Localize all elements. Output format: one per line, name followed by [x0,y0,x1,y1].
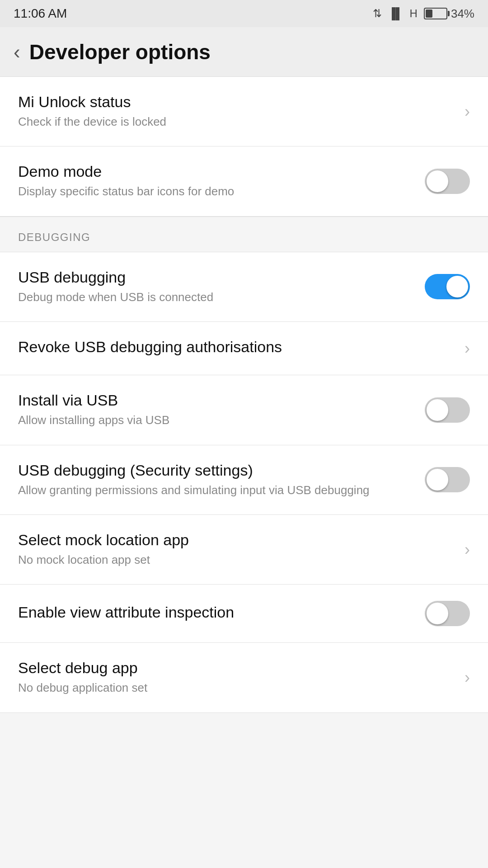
setting-text-select-debug-app: Select debug app No debug application se… [18,659,465,696]
setting-title-install-via-usb: Install via USB [18,392,416,409]
setting-row-select-debug-app[interactable]: Select debug app No debug application se… [0,643,488,712]
setting-row-usb-debugging-security[interactable]: USB debugging (Security settings) Allow … [0,445,488,515]
setting-subtitle-mock-location: No mock location app set [18,552,455,568]
setting-subtitle-select-debug-app: No debug application set [18,679,455,696]
chevron-icon-select-debug-app: › [465,668,470,687]
setting-title-usb-debugging: USB debugging [18,269,416,286]
setting-text-usb-debugging-security: USB debugging (Security settings) Allow … [18,462,425,498]
chevron-icon-mi-unlock-status: › [465,102,470,121]
battery-icon [424,8,447,19]
top-bar: ‹ Developer options [0,27,488,77]
setting-text-mi-unlock-status: Mi Unlock status Check if the device is … [18,93,465,130]
setting-text-demo-mode: Demo mode Display specific status bar ic… [18,163,425,199]
toggle-knob-demo-mode [427,170,448,192]
setting-subtitle-usb-debugging-security: Allow granting permissions and simulatin… [18,482,416,498]
setting-subtitle-demo-mode: Display specific status bar icons for de… [18,183,416,199]
chevron-icon-revoke-usb-debugging: › [465,339,470,358]
setting-title-view-attribute: Enable view attribute inspection [18,604,416,621]
setting-subtitle-usb-debugging: Debug mode when USB is connected [18,289,416,305]
page-title: Developer options [29,40,211,64]
setting-title-usb-debugging-security: USB debugging (Security settings) [18,462,416,479]
setting-text-mock-location: Select mock location app No mock locatio… [18,531,465,568]
toggle-knob-view-attribute [427,603,448,624]
status-bar: 11:06 AM ⇅ ▐▌ H 34% [0,0,488,27]
toggle-install-via-usb[interactable] [425,397,470,423]
setting-text-install-via-usb: Install via USB Allow installing apps vi… [18,392,425,428]
setting-title-select-debug-app: Select debug app [18,659,455,677]
signal-bars-icon: ▐▌ [388,7,404,20]
setting-title-demo-mode: Demo mode [18,163,416,180]
toggle-view-attribute[interactable] [425,601,470,626]
battery-container: 34% [424,7,474,21]
toggle-knob-usb-debugging [446,276,468,297]
setting-title-mi-unlock-status: Mi Unlock status [18,93,455,111]
content: Mi Unlock status Check if the device is … [0,77,488,713]
setting-subtitle-mi-unlock-status: Check if the device is locked [18,113,455,130]
setting-text-view-attribute: Enable view attribute inspection [18,604,425,624]
chevron-icon-mock-location: › [465,540,470,559]
setting-row-mi-unlock-status[interactable]: Mi Unlock status Check if the device is … [0,77,488,146]
h-network-icon: H [410,7,418,20]
setting-row-view-attribute[interactable]: Enable view attribute inspection [0,585,488,643]
battery-percent: 34% [451,7,474,21]
setting-row-install-via-usb[interactable]: Install via USB Allow installing apps vi… [0,375,488,445]
section-label-debugging: DEBUGGING [18,231,90,243]
toggle-knob-usb-debugging-security [427,469,448,491]
setting-row-usb-debugging[interactable]: USB debugging Debug mode when USB is con… [0,252,488,322]
toggle-knob-install-via-usb [427,399,448,421]
setting-row-demo-mode[interactable]: Demo mode Display specific status bar ic… [0,146,488,216]
back-button[interactable]: ‹ [14,41,20,63]
battery-fill [426,9,432,18]
setting-title-revoke-usb-debugging: Revoke USB debugging authorisations [18,338,455,356]
toggle-usb-debugging-security[interactable] [425,467,470,492]
status-icons: ⇅ ▐▌ H 34% [373,7,474,21]
status-time: 11:06 AM [14,6,67,21]
data-transfer-icon: ⇅ [373,7,382,20]
setting-text-revoke-usb-debugging: Revoke USB debugging authorisations [18,338,465,359]
setting-subtitle-install-via-usb: Allow installing apps via USB [18,412,416,428]
setting-row-revoke-usb-debugging[interactable]: Revoke USB debugging authorisations › [0,322,488,375]
toggle-demo-mode[interactable] [425,169,470,194]
section-header-debugging: DEBUGGING [0,217,488,252]
setting-title-mock-location: Select mock location app [18,531,455,549]
setting-text-usb-debugging: USB debugging Debug mode when USB is con… [18,269,425,305]
toggle-usb-debugging[interactable] [425,274,470,299]
setting-row-mock-location[interactable]: Select mock location app No mock locatio… [0,515,488,585]
